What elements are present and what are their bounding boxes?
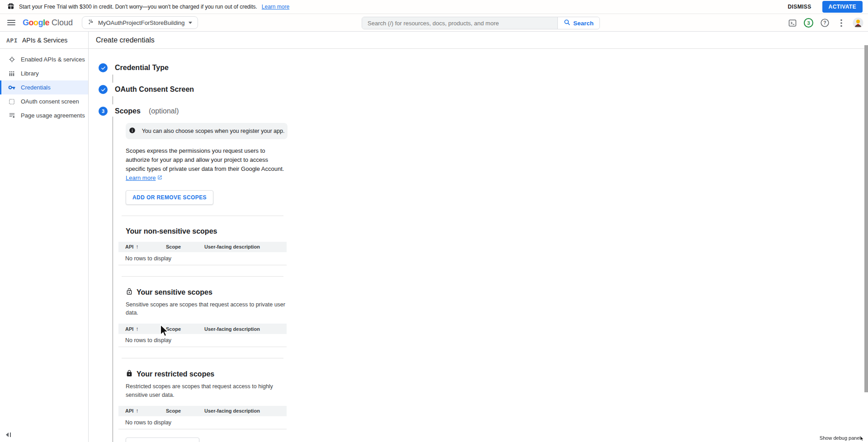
hamburger-menu-icon[interactable] [7, 20, 15, 25]
section-title: Your restricted scopes [137, 370, 214, 378]
more-options-icon[interactable] [836, 18, 847, 28]
sensitive-scopes-subtitle: Sensitive scopes are scopes that request… [126, 301, 288, 318]
search-button[interactable]: Search [557, 17, 599, 29]
empty-table-message: No rows to display [118, 416, 287, 429]
sort-ascending-icon: ↑ [136, 244, 138, 250]
header-icon-group: 3 ? [787, 14, 863, 32]
logo-cloud-word: Cloud [52, 18, 73, 28]
column-header-description[interactable]: User-facing description [198, 244, 287, 249]
step-label: OAuth Consent Screen [115, 85, 194, 94]
project-name: MyOAuthProjectForStoreBuilding [98, 19, 184, 26]
save-and-continue-button[interactable]: SAVE AND CONTINUE [126, 437, 199, 442]
sidebar-item-label: Credentials [21, 84, 51, 91]
sensitive-scopes-table: API ↑ Scope User-facing description No r… [118, 324, 287, 347]
consent-screen-icon [8, 98, 15, 105]
sidebar-item-credentials[interactable]: Credentials [0, 80, 88, 94]
logo-google-word: Google [23, 18, 49, 28]
scopes-info-text: You can also choose scopes when you regi… [142, 128, 285, 134]
apis-services-logo: API [6, 37, 18, 44]
search-button-label: Search [573, 20, 594, 27]
sidebar-collapse-icon[interactable] [5, 432, 13, 437]
scopes-step-body: You can also choose scopes when you regi… [113, 117, 307, 442]
column-header-description[interactable]: User-facing description [198, 408, 287, 414]
notifications-badge[interactable]: 3 [804, 18, 813, 28]
credential-stepper: Credential Type OAuth Consent Screen 3 S… [89, 49, 868, 442]
learn-more-label: Learn more [126, 174, 156, 181]
sidebar-item-enabled-apis[interactable]: Enabled APIs & services [0, 52, 88, 66]
debug-label-text: Show debug panel [820, 435, 861, 441]
scopes-description-text: Scopes express the permissions you reque… [126, 147, 284, 172]
sidebar-divider [0, 48, 88, 49]
search-input[interactable] [362, 17, 557, 29]
sidebar-item-label: Page usage agreements [21, 112, 85, 119]
scopes-info-banner: You can also choose scopes when you regi… [126, 123, 288, 139]
vertical-scrollbar[interactable] [864, 45, 868, 392]
sidebar-item-oauth-consent[interactable]: OAuth consent screen [0, 94, 88, 108]
external-link-icon [157, 174, 162, 181]
info-icon [129, 127, 136, 135]
app-header: Google Cloud MyOAuthProjectForStoreBuild… [0, 14, 868, 32]
step-oauth-consent-screen[interactable]: OAuth Consent Screen [99, 84, 868, 95]
search-icon [564, 19, 571, 27]
column-header-api[interactable]: API ↑ [118, 408, 159, 414]
non-sensitive-scopes-table: API ↑ Scope User-facing description No r… [118, 242, 287, 265]
step-label: Scopes [115, 107, 141, 115]
column-header-scope[interactable]: Scope [159, 326, 198, 332]
step-connector [113, 75, 113, 83]
trial-learn-more-link[interactable]: Learn more [262, 4, 289, 10]
step-scopes[interactable]: 3 Scopes (optional) [99, 106, 868, 117]
sidebar-item-page-usage[interactable]: Page usage agreements [0, 108, 88, 122]
agreements-icon [8, 112, 15, 119]
main-content: Create credentials Credential Type OAuth… [89, 32, 868, 442]
cloud-shell-icon[interactable] [787, 18, 798, 28]
page-title: Create credentials [96, 36, 155, 44]
step-complete-icon [99, 63, 108, 72]
empty-table-message: No rows to display [118, 252, 287, 265]
sort-ascending-icon: ↑ [136, 326, 138, 332]
section-divider [122, 216, 283, 216]
empty-table-message: No rows to display [118, 334, 287, 347]
step-label: Credential Type [115, 64, 169, 72]
library-icon [8, 70, 15, 77]
column-header-scope[interactable]: Scope [159, 244, 198, 249]
activate-button[interactable]: ACTIVATE [822, 1, 863, 13]
table-header-row: API ↑ Scope User-facing description [118, 406, 287, 416]
sidebar-item-library[interactable]: Library [0, 66, 88, 80]
step-optional-suffix: (optional) [149, 107, 179, 115]
sidebar-header: API APIs & Services [0, 32, 88, 48]
step-credential-type[interactable]: Credential Type [99, 62, 868, 73]
show-debug-panel-link[interactable]: Show debug panel [820, 434, 865, 441]
column-header-api[interactable]: API ↑ [118, 326, 159, 332]
table-header-row: API ↑ Scope User-facing description [118, 242, 287, 252]
help-icon[interactable]: ? [819, 18, 830, 28]
step-number-badge: 3 [99, 107, 108, 116]
column-header-api[interactable]: API ↑ [118, 244, 159, 250]
add-or-remove-scopes-button[interactable]: ADD OR REMOVE SCOPES [126, 190, 213, 205]
section-title: Your non-sensitive scopes [126, 227, 217, 235]
restricted-scopes-table: API ↑ Scope User-facing description No r… [118, 406, 287, 429]
sidebar-item-label: Library [21, 70, 39, 77]
project-icon [88, 19, 94, 27]
svg-text:?: ? [823, 20, 826, 25]
gift-icon [7, 2, 14, 11]
scopes-learn-more-link[interactable]: Learn more [126, 174, 156, 181]
restricted-scopes-heading: Your restricted scopes [126, 370, 307, 379]
dismiss-button[interactable]: DISMISS [781, 1, 817, 13]
section-divider [122, 276, 283, 277]
scopes-description: Scopes express the permissions you reque… [126, 146, 289, 183]
free-trial-banner: Start your Free Trial with $300 in credi… [0, 0, 868, 14]
google-cloud-logo[interactable]: Google Cloud [23, 18, 73, 28]
non-sensitive-scopes-heading: Your non-sensitive scopes [126, 227, 307, 235]
debug-cursor-icon [860, 436, 864, 442]
avatar[interactable] [853, 18, 863, 28]
sort-ascending-icon: ↑ [136, 408, 138, 414]
sensitive-scopes-heading: Your sensitive scopes [126, 288, 307, 297]
sidebar-item-label: OAuth consent screen [21, 98, 79, 105]
column-header-scope[interactable]: Scope [159, 408, 198, 414]
restricted-scopes-subtitle: Restricted scopes are scopes that reques… [126, 382, 275, 400]
sidebar-item-label: Enabled APIs & services [21, 56, 85, 63]
column-header-description[interactable]: User-facing description [198, 326, 287, 332]
section-divider [122, 358, 283, 358]
key-icon [8, 84, 15, 91]
project-picker[interactable]: MyOAuthProjectForStoreBuilding [82, 16, 198, 29]
